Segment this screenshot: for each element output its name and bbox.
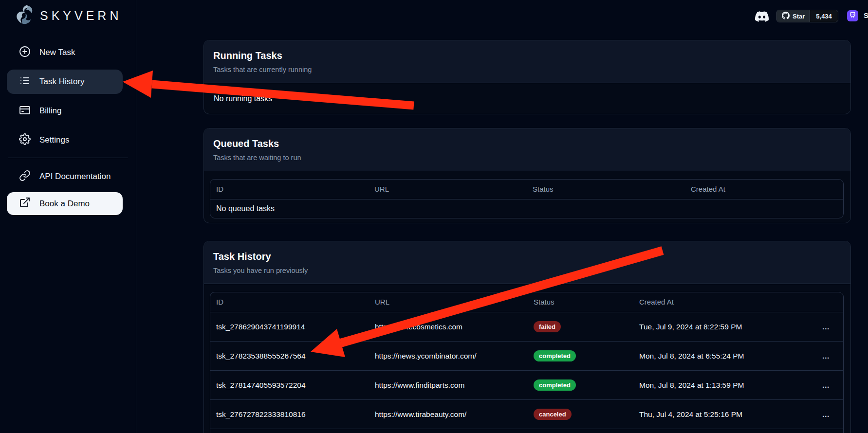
task-row[interactable]: tsk_276727822333810816 https://www.tirab…	[210, 400, 843, 429]
column-header-id: ID	[210, 292, 369, 312]
task-created-at-cell: Tue, Jul 9, 2024 at 8:22:59 PM	[633, 312, 779, 342]
external-link-icon	[19, 197, 31, 211]
queued-tasks-empty: No queued tasks	[210, 199, 843, 218]
column-header-created-at: Created At	[633, 292, 779, 312]
column-header-url: URL	[369, 292, 528, 312]
row-actions-ellipsis-button[interactable]: …	[779, 429, 843, 433]
queued-tasks-table: ID URL Status Created At No queued tasks	[210, 179, 844, 218]
task-history-table: ID URL Status Created At tsk_27862904374…	[210, 292, 844, 433]
task-row[interactable]: tsk_278147405593572204 https://www.findi…	[210, 371, 843, 400]
github-star-label: Star	[793, 13, 805, 20]
user-avatar[interactable]	[847, 10, 858, 21]
table-header-row: ID URL Status Created At	[210, 292, 843, 312]
row-actions-ellipsis-button[interactable]: …	[779, 342, 843, 371]
sidebar-item-label: Settings	[39, 135, 69, 145]
gear-icon	[19, 133, 31, 147]
row-actions-ellipsis-button[interactable]: …	[779, 371, 843, 400]
card-title: Task History	[213, 251, 841, 262]
task-row[interactable]: tsk_278235388555267564 https://news.ycom…	[210, 342, 843, 371]
github-star-button[interactable]: Star	[777, 10, 810, 22]
column-header-status: Status	[528, 292, 633, 312]
task-created-at-cell: Mon, Jul 8, 2024 at 6:55:24 PM	[633, 342, 779, 371]
row-actions-ellipsis-button[interactable]: …	[779, 400, 843, 429]
task-created-at-cell: Thu, Jul 4, 2024 at 5:25:16 PM	[633, 400, 779, 429]
credit-card-icon	[19, 104, 31, 118]
sidebar: SKYVERN New Task Task History Billing Se…	[0, 0, 136, 433]
task-status-cell: canceled	[528, 400, 633, 429]
discord-icon[interactable]	[755, 10, 769, 23]
sidebar-item-label: New Task	[39, 48, 75, 57]
brand-logo[interactable]: SKYVERN	[13, 2, 122, 29]
task-id-cell[interactable]: tsk_278235388555267564	[210, 342, 369, 371]
task-id-cell[interactable]: tsk_274180139292204058	[210, 429, 369, 433]
card-title: Running Tasks	[213, 50, 841, 61]
sidebar-item-label: Billing	[39, 106, 61, 116]
running-tasks-header: Running Tasks Tasks that are currently r…	[204, 40, 850, 83]
column-header-status: Status	[527, 180, 685, 199]
card-subtitle: Tasks you have run previously	[213, 267, 841, 275]
dragon-logo-icon	[13, 3, 35, 28]
task-status-cell: completed	[528, 371, 633, 400]
sidebar-item-label: Book a Demo	[39, 199, 90, 209]
sidebar-item-billing[interactable]: Billing	[7, 99, 123, 123]
task-history-card: Task History Tasks you have run previous…	[203, 241, 851, 433]
running-tasks-card: Running Tasks Tasks that are currently r…	[203, 40, 851, 114]
task-url-cell[interactable]: https://news.ycombinator.com/	[369, 342, 528, 371]
column-header-actions	[779, 292, 843, 312]
github-star-widget[interactable]: Star 5,434	[776, 10, 838, 22]
sidebar-item-task-history[interactable]: Task History	[7, 70, 123, 94]
card-title: Queued Tasks	[213, 138, 841, 149]
sidebar-item-label: Task History	[39, 77, 85, 87]
task-created-at-cell: Thu, Jun 27, 2024 at 8:38:58 PM	[633, 429, 779, 433]
github-icon	[782, 12, 790, 21]
card-subtitle: Tasks that are waiting to run	[213, 154, 841, 162]
table-header-row: ID URL Status Created At	[210, 180, 843, 199]
task-row[interactable]: tsk_278629043741199914 https://tartecosm…	[210, 312, 843, 342]
sidebar-item-book-a-demo[interactable]: Book a Demo	[7, 192, 123, 215]
github-star-count[interactable]: 5,434	[810, 10, 838, 22]
sidebar-item-label: API Documentation	[39, 172, 111, 181]
status-badge: completed	[534, 379, 576, 391]
user-name-partial[interactable]: Sk	[864, 11, 868, 19]
task-status-cell: completed	[528, 429, 633, 433]
running-tasks-empty: No running tasks	[204, 83, 850, 114]
task-id-cell[interactable]: tsk_278629043741199914	[210, 312, 369, 342]
row-actions-ellipsis-button[interactable]: …	[779, 312, 843, 342]
task-history-header: Task History Tasks you have run previous…	[204, 241, 850, 284]
task-id-cell[interactable]: tsk_276727822333810816	[210, 400, 369, 429]
status-badge: completed	[534, 350, 576, 361]
task-url-cell[interactable]: https://www.tirabeauty.com/	[369, 400, 528, 429]
brand-name: SKYVERN	[40, 9, 122, 23]
column-header-id: ID	[210, 180, 369, 199]
task-url-cell[interactable]: https://tartecosmetics.com	[369, 312, 528, 342]
sidebar-divider	[8, 158, 128, 158]
task-url-cell[interactable]: https://www.geico.com	[369, 429, 528, 433]
skyvern-app: { "brand": { "name": "SKYVERN" }, "sideb…	[0, 0, 868, 433]
task-created-at-cell: Mon, Jul 8, 2024 at 1:13:59 PM	[633, 371, 779, 400]
task-row[interactable]: tsk_274180139292204058 https://www.geico…	[210, 429, 843, 433]
task-url-cell[interactable]: https://www.finditparts.com	[369, 371, 528, 400]
list-icon	[19, 75, 31, 89]
card-subtitle: Tasks that are currently running	[213, 66, 841, 74]
plus-circle-icon	[19, 46, 31, 60]
empty-row: No queued tasks	[210, 199, 843, 218]
sidebar-item-settings[interactable]: Settings	[7, 128, 123, 152]
task-status-cell: failed	[528, 312, 633, 342]
sidebar-item-new-task[interactable]: New Task	[7, 40, 123, 65]
column-header-url: URL	[369, 180, 527, 199]
queued-tasks-header: Queued Tasks Tasks that are waiting to r…	[204, 128, 850, 171]
task-id-cell[interactable]: tsk_278147405593572204	[210, 371, 369, 400]
status-badge: failed	[534, 321, 561, 332]
link-icon	[19, 170, 31, 184]
sidebar-item-api-documentation[interactable]: API Documentation	[7, 164, 123, 189]
column-header-created-at: Created At	[685, 180, 843, 199]
org-building-icon	[849, 11, 856, 20]
task-status-cell: completed	[528, 342, 633, 371]
status-badge: canceled	[534, 409, 572, 420]
queued-tasks-card: Queued Tasks Tasks that are waiting to r…	[203, 128, 851, 223]
